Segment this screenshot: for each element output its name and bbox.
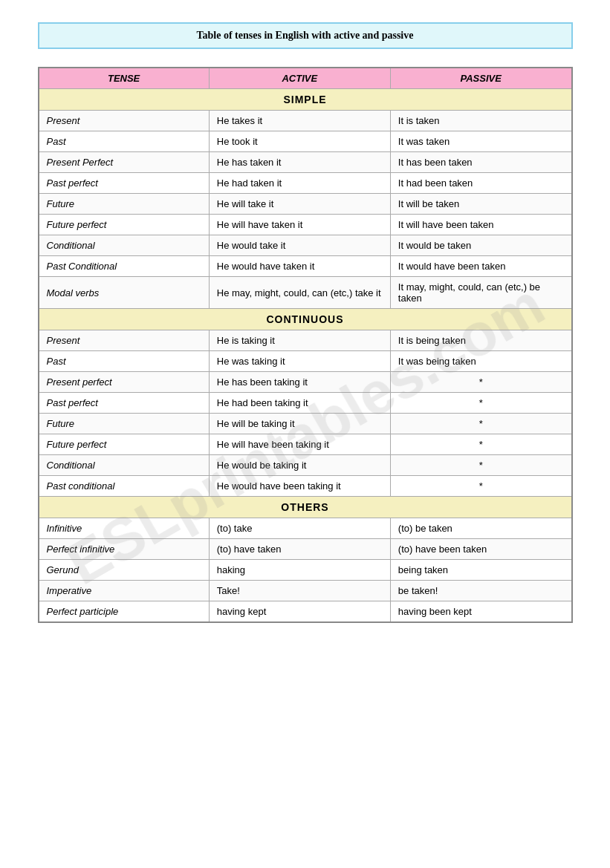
table-row: Past perfectHe had taken itIt had been t… <box>39 173 572 194</box>
section-row-others: OTHERS <box>39 497 572 518</box>
table-row: Perfect infinitive(to) have taken(to) ha… <box>39 539 572 560</box>
passive-cell: (to) be taken <box>390 518 571 539</box>
tense-cell: Past <box>39 131 210 152</box>
table-row: Past ConditionalHe would have taken itIt… <box>39 256 572 277</box>
tense-cell: Present Perfect <box>39 152 210 173</box>
passive-cell: It was taken <box>390 131 571 152</box>
active-cell: He will have been taking it <box>209 434 390 455</box>
passive-cell: It will have been taken <box>390 215 571 235</box>
table-row: Perfect participlehaving kepthaving been… <box>39 601 572 623</box>
table-row: FutureHe will be taking it* <box>39 414 572 434</box>
active-cell: He would have been taking it <box>209 476 390 497</box>
tense-cell: Past <box>39 351 210 372</box>
passive-cell: * <box>390 372 571 393</box>
section-label: OTHERS <box>39 497 572 518</box>
header-active: ACTIVE <box>209 68 390 89</box>
passive-cell: It will be taken <box>390 194 571 215</box>
passive-cell: It may, might, could, can (etc,) be take… <box>390 277 571 309</box>
active-cell: He took it <box>209 131 390 152</box>
table-row: Present PerfectHe has taken itIt has bee… <box>39 152 572 173</box>
active-cell: He is taking it <box>209 330 390 351</box>
active-cell: He will take it <box>209 194 390 215</box>
passive-cell: It would have been taken <box>390 256 571 277</box>
table-row: Present perfectHe has been taking it* <box>39 372 572 393</box>
active-cell: He has taken it <box>209 152 390 173</box>
active-cell: He takes it <box>209 111 390 131</box>
table-row: Past conditionalHe would have been takin… <box>39 476 572 497</box>
table-header-row: TENSE ACTIVE PASSIVE <box>39 68 572 89</box>
tense-cell: Past conditional <box>39 476 210 497</box>
table-row: PastHe was taking itIt was being taken <box>39 351 572 372</box>
passive-cell: It is taken <box>390 111 571 131</box>
passive-cell: be taken! <box>390 581 571 601</box>
active-cell: He has been taking it <box>209 372 390 393</box>
passive-cell: * <box>390 476 571 497</box>
header-tense: TENSE <box>39 68 210 89</box>
section-row-continuous: CONTINUOUS <box>39 309 572 330</box>
table-row: Future perfectHe will have been taking i… <box>39 434 572 455</box>
table-row: Past perfectHe had been taking it* <box>39 393 572 414</box>
tense-cell: Past Conditional <box>39 256 210 277</box>
table-row: Gerundhakingbeing taken <box>39 560 572 581</box>
table-row: Infinitive(to) take(to) be taken <box>39 518 572 539</box>
tense-cell: Conditional <box>39 455 210 476</box>
tense-cell: Future <box>39 414 210 434</box>
active-cell: haking <box>209 560 390 581</box>
tense-cell: Past perfect <box>39 173 210 194</box>
active-cell: He had taken it <box>209 173 390 194</box>
passive-cell: being taken <box>390 560 571 581</box>
page-title: Table of tenses in English with active a… <box>197 30 414 41</box>
passive-cell: * <box>390 414 571 434</box>
table-row: PastHe took itIt was taken <box>39 131 572 152</box>
active-cell: He will have taken it <box>209 215 390 235</box>
tense-cell: Perfect infinitive <box>39 539 210 560</box>
table-row: PresentHe is taking itIt is being taken <box>39 330 572 351</box>
tense-cell: Future <box>39 194 210 215</box>
tense-cell: Future perfect <box>39 215 210 235</box>
section-label: SIMPLE <box>39 89 572 111</box>
table-row: ImperativeTake!be taken! <box>39 581 572 601</box>
table-row: ConditionalHe would take itIt would be t… <box>39 235 572 256</box>
active-cell: (to) have taken <box>209 539 390 560</box>
passive-cell: * <box>390 434 571 455</box>
tense-cell: Modal verbs <box>39 277 210 309</box>
active-cell: Take! <box>209 581 390 601</box>
passive-cell: It was being taken <box>390 351 571 372</box>
table-row: ConditionalHe would be taking it* <box>39 455 572 476</box>
table-row: Modal verbsHe may, might, could, can (et… <box>39 277 572 309</box>
passive-cell: It is being taken <box>390 330 571 351</box>
active-cell: He had been taking it <box>209 393 390 414</box>
tense-cell: Future perfect <box>39 434 210 455</box>
tense-cell: Imperative <box>39 581 210 601</box>
passive-cell: * <box>390 455 571 476</box>
section-label: CONTINUOUS <box>39 309 572 330</box>
tense-cell: Present <box>39 330 210 351</box>
section-row-simple: SIMPLE <box>39 89 572 111</box>
passive-cell: It had been taken <box>390 173 571 194</box>
active-cell: having kept <box>209 601 390 623</box>
active-cell: He was taking it <box>209 351 390 372</box>
passive-cell: (to) have been taken <box>390 539 571 560</box>
active-cell: He may, might, could, can (etc,) take it <box>209 277 390 309</box>
active-cell: He would be taking it <box>209 455 390 476</box>
passive-cell: It would be taken <box>390 235 571 256</box>
table-row: FutureHe will take itIt will be taken <box>39 194 572 215</box>
table-row: Future perfectHe will have taken itIt wi… <box>39 215 572 235</box>
passive-cell: It has been taken <box>390 152 571 173</box>
active-cell: He would have taken it <box>209 256 390 277</box>
tense-cell: Present <box>39 111 210 131</box>
tense-cell: Perfect participle <box>39 601 210 623</box>
tense-cell: Conditional <box>39 235 210 256</box>
tense-cell: Gerund <box>39 560 210 581</box>
active-cell: (to) take <box>209 518 390 539</box>
active-cell: He will be taking it <box>209 414 390 434</box>
page-title-box: Table of tenses in English with active a… <box>38 22 573 49</box>
passive-cell: having been kept <box>390 601 571 623</box>
tense-cell: Present perfect <box>39 372 210 393</box>
tense-cell: Past perfect <box>39 393 210 414</box>
tenses-table: TENSE ACTIVE PASSIVE SIMPLEPresentHe tak… <box>38 67 573 623</box>
active-cell: He would take it <box>209 235 390 256</box>
header-passive: PASSIVE <box>390 68 571 89</box>
tense-cell: Infinitive <box>39 518 210 539</box>
passive-cell: * <box>390 393 571 414</box>
